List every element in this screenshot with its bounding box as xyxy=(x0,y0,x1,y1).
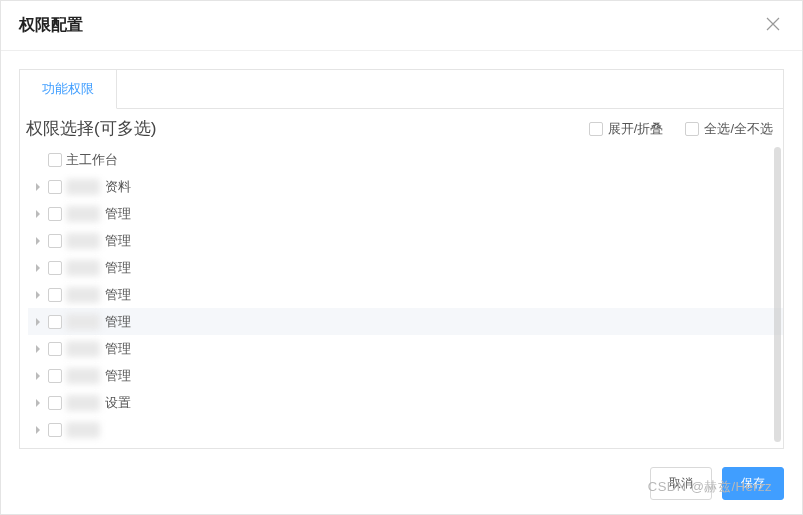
expand-collapse-toggle[interactable]: 展开/折叠 xyxy=(589,120,664,138)
caret-right-icon[interactable] xyxy=(32,181,44,193)
tree-node-label: 资料 xyxy=(105,178,131,196)
caret-right-icon[interactable] xyxy=(32,343,44,355)
tree-node[interactable]: 管理 xyxy=(28,254,783,281)
caret-right-icon[interactable] xyxy=(32,262,44,274)
redacted-text xyxy=(66,260,100,276)
redacted-text xyxy=(66,422,100,438)
tree-node-label: 管理 xyxy=(105,259,131,277)
expand-collapse-label: 展开/折叠 xyxy=(608,120,664,138)
checkbox-icon xyxy=(589,122,603,136)
checkbox-icon[interactable] xyxy=(48,342,62,356)
close-icon[interactable] xyxy=(766,17,784,35)
tree-node-label: 管理 xyxy=(105,340,131,358)
checkbox-icon[interactable] xyxy=(48,288,62,302)
tab-bar: 功能权限 xyxy=(19,69,784,109)
tree-node-label: 主工作台 xyxy=(66,151,118,169)
checkbox-icon[interactable] xyxy=(48,153,62,167)
caret-right-icon[interactable] xyxy=(32,208,44,220)
cancel-button[interactable]: 取消 xyxy=(650,467,712,500)
select-all-toggle[interactable]: 全选/全不选 xyxy=(685,120,773,138)
caret-right-icon[interactable] xyxy=(32,370,44,382)
tree-node-label: 管理 xyxy=(105,367,131,385)
redacted-text xyxy=(66,368,100,384)
dialog-header: 权限配置 xyxy=(1,1,802,51)
tree-node[interactable] xyxy=(28,416,783,443)
scrollbar[interactable] xyxy=(774,147,781,442)
redacted-text xyxy=(66,287,100,303)
tab-function-permission[interactable]: 功能权限 xyxy=(20,70,117,109)
tree-node-label: 管理 xyxy=(105,286,131,304)
select-all-label: 全选/全不选 xyxy=(704,120,773,138)
checkbox-icon[interactable] xyxy=(48,315,62,329)
tree-node[interactable]: 主工作台 xyxy=(28,146,783,173)
tree-node[interactable]: 管理 xyxy=(28,362,783,389)
tree-node-label: 管理 xyxy=(105,313,131,331)
tree-node[interactable]: 管理 xyxy=(28,200,783,227)
caret-right-icon[interactable] xyxy=(32,316,44,328)
checkbox-icon[interactable] xyxy=(48,180,62,194)
tree-node[interactable]: 管理 xyxy=(28,335,783,362)
tree-title: 权限选择(可多选) xyxy=(26,117,156,140)
redacted-text xyxy=(66,314,100,330)
checkbox-icon[interactable] xyxy=(48,261,62,275)
checkbox-icon[interactable] xyxy=(48,423,62,437)
dialog-footer: 取消 保存 xyxy=(1,457,802,514)
caret-right-icon[interactable] xyxy=(32,397,44,409)
dialog-title: 权限配置 xyxy=(19,15,83,36)
tree-node[interactable]: 资料 xyxy=(28,173,783,200)
redacted-text xyxy=(66,233,100,249)
tree-node[interactable]: 设置 xyxy=(28,389,783,416)
checkbox-icon xyxy=(685,122,699,136)
checkbox-icon[interactable] xyxy=(48,234,62,248)
redacted-text xyxy=(66,341,100,357)
tree-node[interactable]: 管理 xyxy=(28,308,783,335)
tree-node[interactable]: 管理 xyxy=(28,281,783,308)
caret-right-icon[interactable] xyxy=(32,289,44,301)
tree-node-label: 管理 xyxy=(105,232,131,250)
redacted-text xyxy=(66,395,100,411)
caret-right-icon[interactable] xyxy=(32,235,44,247)
tree-controls: 展开/折叠 全选/全不选 xyxy=(589,120,773,138)
redacted-text xyxy=(66,206,100,222)
checkbox-icon[interactable] xyxy=(48,396,62,410)
tree-node[interactable]: 管理 xyxy=(28,227,783,254)
checkbox-icon[interactable] xyxy=(48,207,62,221)
tree-panel: 权限选择(可多选) 展开/折叠 全选/全不选 主工作台资料管理管理管理管理管理管… xyxy=(19,109,784,449)
tree-node-label: 管理 xyxy=(105,205,131,223)
redacted-text xyxy=(66,179,100,195)
save-button[interactable]: 保存 xyxy=(722,467,784,500)
caret-right-icon[interactable] xyxy=(32,424,44,436)
tree-node-label: 设置 xyxy=(105,394,131,412)
tree-header: 权限选择(可多选) 展开/折叠 全选/全不选 xyxy=(20,109,783,146)
tree-list[interactable]: 主工作台资料管理管理管理管理管理管理管理设置 xyxy=(20,146,783,448)
dialog-body: 功能权限 权限选择(可多选) 展开/折叠 全选/全不选 主工作台资料管理管理管理… xyxy=(1,51,802,457)
permission-dialog: 权限配置 功能权限 权限选择(可多选) 展开/折叠 全选/全不选 xyxy=(0,0,803,515)
checkbox-icon[interactable] xyxy=(48,369,62,383)
